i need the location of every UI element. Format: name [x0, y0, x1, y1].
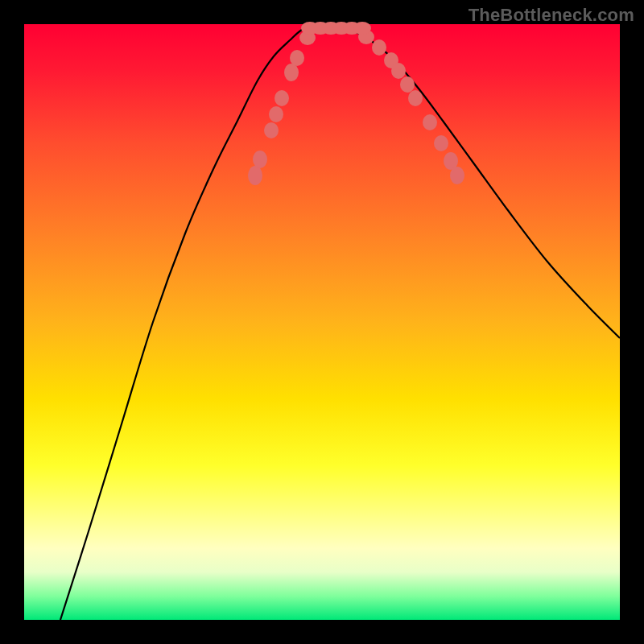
svg-point-6 — [290, 50, 304, 66]
svg-point-2 — [264, 122, 279, 138]
svg-point-1 — [253, 151, 267, 168]
watermark-text: TheBottleneck.com — [469, 5, 634, 26]
plot-area — [24, 24, 620, 620]
svg-point-17 — [450, 167, 464, 184]
svg-point-12 — [400, 76, 415, 93]
svg-point-13 — [408, 90, 423, 106]
svg-point-3 — [269, 106, 283, 122]
bottleneck-curve — [60, 25, 620, 620]
svg-point-4 — [275, 90, 289, 106]
svg-point-5 — [284, 64, 299, 81]
svg-point-14 — [423, 114, 437, 130]
curve-markers — [248, 22, 464, 185]
chart-frame: TheBottleneck.com — [0, 0, 644, 644]
svg-point-0 — [248, 166, 262, 185]
svg-point-23 — [353, 22, 371, 35]
svg-point-15 — [434, 135, 448, 151]
svg-point-11 — [391, 63, 406, 79]
svg-point-9 — [372, 39, 386, 56]
curve-svg — [24, 24, 620, 620]
